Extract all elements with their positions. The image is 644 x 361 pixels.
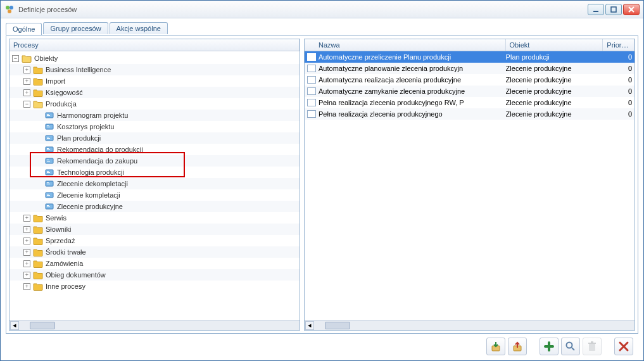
expand-icon[interactable]: + <box>23 283 30 290</box>
tree-node[interactable]: +Sprzedaż <box>9 235 300 246</box>
cell-priorytet: 0 <box>603 110 635 118</box>
expand-icon[interactable]: + <box>23 215 30 222</box>
row-checkbox[interactable] <box>307 99 316 106</box>
scroll-left-icon[interactable]: ◂ <box>305 321 314 330</box>
expand-icon[interactable]: + <box>23 226 30 233</box>
split-panels: Procesy −Obiekty+Business Intelligence+I… <box>6 35 638 334</box>
tab-2[interactable]: Akcje wspólne <box>110 22 168 34</box>
export-icon <box>512 341 523 352</box>
svg-rect-15 <box>47 148 49 149</box>
row-checkbox[interactable] <box>307 87 316 95</box>
tree-node[interactable]: Kosztorys projektu <box>9 121 300 132</box>
cell-priorytet: 0 <box>603 76 635 84</box>
export-button[interactable] <box>508 338 527 355</box>
row-checkbox[interactable] <box>307 110 316 118</box>
tree-node[interactable]: +Słowniki <box>9 224 300 235</box>
cell-obiekt: Plan produkcji <box>506 53 603 61</box>
svg-rect-37 <box>591 341 593 343</box>
tree-header-label: Procesy <box>9 39 300 51</box>
tree-node[interactable]: −Obiekty <box>9 53 300 64</box>
svg-rect-3 <box>593 11 598 12</box>
tree-scrollbar-horizontal[interactable]: ◂ <box>9 320 300 330</box>
tree-label: Zamówienia <box>46 260 83 267</box>
tree-label: Produkcja <box>46 100 77 108</box>
column-header[interactable]: Priorytet <box>603 39 635 51</box>
collapse-icon[interactable]: − <box>23 101 30 108</box>
expand-icon[interactable]: + <box>23 249 30 256</box>
tree-node[interactable]: +Księgowość <box>9 87 300 98</box>
scroll-left-icon[interactable]: ◂ <box>10 321 19 330</box>
grid-row[interactable]: Pełna realizacja zlecenia produkcyjnego … <box>305 97 635 108</box>
tree-label: Zlecenie kompletacji <box>57 191 120 199</box>
svg-rect-31 <box>47 206 50 207</box>
close-dialog-button[interactable] <box>614 338 633 355</box>
tree-node[interactable]: Rekomendacja do produkcji <box>9 144 300 155</box>
expand-icon[interactable]: + <box>23 78 30 85</box>
svg-rect-27 <box>47 194 49 194</box>
delete-button[interactable] <box>583 338 602 355</box>
svg-rect-7 <box>47 115 50 116</box>
close-button[interactable] <box>623 4 640 15</box>
import-button[interactable] <box>486 338 505 355</box>
maximize-button[interactable] <box>605 4 622 15</box>
tree-node[interactable]: +Zamówienia <box>9 258 300 269</box>
grid-body[interactable]: Automatyczne przeliczenie Planu produkcj… <box>305 51 635 320</box>
expand-icon[interactable]: + <box>23 66 30 73</box>
tree-label: Środki trwałe <box>46 248 86 256</box>
svg-rect-4 <box>611 7 616 12</box>
tree-node[interactable]: Rekomendacja do zakupu <box>9 155 300 167</box>
column-header[interactable]: Nazwa <box>305 39 506 51</box>
row-checkbox[interactable] <box>307 76 316 84</box>
svg-rect-6 <box>47 114 49 115</box>
expand-icon[interactable]: + <box>23 260 30 267</box>
expand-icon[interactable]: + <box>23 238 30 244</box>
tree-node[interactable]: +Import <box>9 75 300 87</box>
svg-rect-36 <box>588 343 596 344</box>
import-icon <box>490 341 502 352</box>
search-button[interactable] <box>561 338 580 355</box>
trash-icon <box>586 341 598 352</box>
tree-label: Technologia produkcji <box>57 168 124 176</box>
cell-priorytet: 0 <box>603 99 635 106</box>
tree-node[interactable]: +Inne procesy <box>9 281 300 292</box>
add-button[interactable] <box>540 338 559 355</box>
scroll-thumb[interactable] <box>325 322 350 329</box>
grid-row[interactable]: Automatyczne planowanie zlecenia produkc… <box>305 63 635 74</box>
tree-node[interactable]: Harmonogram projektu <box>9 110 300 121</box>
row-checkbox[interactable] <box>307 53 316 61</box>
svg-rect-18 <box>47 160 49 160</box>
tree-label: Sprzedaż <box>46 237 75 244</box>
tree-node[interactable]: Plan produkcji <box>9 132 300 144</box>
tree-label: Rekomendacja do zakupu <box>57 157 137 165</box>
grid-header: NazwaObiektPriorytet <box>305 39 635 51</box>
tree-node[interactable]: +Środki trwałe <box>9 246 300 258</box>
tree-node[interactable]: +Business Intelligence <box>9 64 300 75</box>
collapse-icon[interactable]: − <box>12 55 19 62</box>
grid-row[interactable]: Automatyczne zamykanie zlecenia produkcy… <box>305 86 635 97</box>
grid-row[interactable]: Pełna realizacja zlecenia produkcyjnegoZ… <box>305 108 635 120</box>
svg-point-0 <box>6 6 9 10</box>
cell-nazwa: Pełna realizacja zlecenia produkcyjnego … <box>319 99 506 106</box>
svg-rect-28 <box>47 195 50 196</box>
tree-node[interactable]: +Serwis <box>9 212 300 224</box>
expand-icon[interactable]: + <box>23 89 30 96</box>
minimize-button[interactable] <box>588 4 604 15</box>
tree-node[interactable]: +Obieg dokumentów <box>9 269 300 281</box>
tree-node[interactable]: −Produkcja <box>9 98 300 110</box>
scroll-thumb[interactable] <box>30 322 55 329</box>
row-checkbox[interactable] <box>307 65 316 72</box>
grid-row[interactable]: Automatyczne przeliczenie Planu produkcj… <box>305 51 635 63</box>
tree-label: Plan produkcji <box>57 134 101 142</box>
tab-0[interactable]: Ogólne <box>6 23 42 35</box>
column-header[interactable]: Obiekt <box>506 39 603 51</box>
expand-icon[interactable]: + <box>23 272 30 279</box>
tree-node[interactable]: Zlecenie dekompletacji <box>9 178 300 189</box>
tab-1[interactable]: Grupy procesów <box>43 22 108 34</box>
titlebar[interactable]: Definicje procesów <box>1 1 643 18</box>
grid-row[interactable]: Automatyczna realizacja zlecenia produkc… <box>305 74 635 86</box>
tree-node[interactable]: Zlecenie kompletacji <box>9 189 300 201</box>
tree-body[interactable]: −Obiekty+Business Intelligence+Import+Ks… <box>9 51 300 320</box>
tree-node[interactable]: Zlecenie produkcyjne <box>9 201 300 212</box>
grid-scrollbar-horizontal[interactable]: ◂ <box>305 320 635 330</box>
tree-node[interactable]: Technologia produkcji <box>9 167 300 178</box>
